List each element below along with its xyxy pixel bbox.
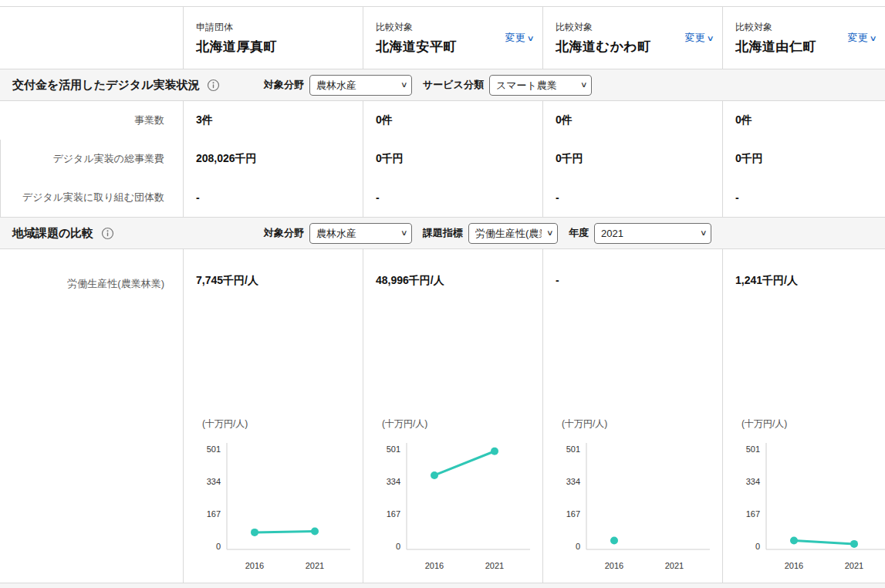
metric-value: 0件 [556,113,573,127]
row-label-labor-productivity: 労働生産性(農業林業) [0,249,183,583]
line-chart: (十万円/人) 016733450120162021 [196,417,363,578]
svg-text:501: 501 [746,444,760,454]
metric-cell: 0件 [542,101,722,140]
metric-cell: - [542,178,722,217]
change-link-label: 変更 [505,31,525,45]
row-label-project-count: 事業数 [0,101,183,140]
svg-text:2016: 2016 [245,561,264,570]
header-comparison-3: 比較対象 北海道由仁町 変更 ∨ [722,7,885,69]
target-field-control: 対象分野 農林水産 ∨ [264,75,412,96]
fiscal-year-select[interactable]: 2021 [594,223,711,244]
row-label-organization-count: デジタル実装に取り組む団体数 [0,178,183,217]
chart-canvas: 016733450120162021 [556,432,722,578]
target-field-label: 対象分野 [264,78,304,92]
comparison-role-label: 比較対象 [735,21,816,34]
metric-value: - [556,274,722,286]
labor-productivity-row: 労働生産性(農業林業) 7,745千円/人 (十万円/人) 0167334501… [0,249,885,583]
svg-text:167: 167 [207,509,221,519]
change-municipality-link[interactable]: 変更 ∨ [505,31,533,45]
metric-value: 0件 [735,113,752,127]
svg-text:167: 167 [566,509,580,519]
comparison-municipality-name: 北海道由仁町 [735,38,816,56]
comparison-role-label: 比較対象 [376,21,457,34]
chart-y-axis-label: (十万円/人) [382,417,542,431]
target-field-select[interactable]: 農林水産 [309,75,412,96]
section-title: 交付金を活用したデジタル実装状況 [12,78,199,93]
header-comparison-2: 比較対象 北海道むかわ町 変更 ∨ [542,7,722,69]
comparison-municipality-name: 北海道安平町 [376,38,457,56]
svg-text:2021: 2021 [845,561,863,570]
chart-canvas: 016733450120162021 [376,432,542,578]
section-title: 地域課題の比較 [12,226,93,241]
issue-indicator-select[interactable]: 労働生産性(農業林業 [468,223,558,244]
svg-text:2021: 2021 [306,561,324,570]
issue-indicator-label: 課題指標 [423,226,463,240]
productivity-cell: - (十万円/人) 016733450120162021 [542,249,722,583]
applicant-municipality-name: 北海道厚真町 [196,38,277,56]
chart-canvas: 016733450120162021 [196,432,363,578]
fiscal-year-control: 年度 2021 ∨ [569,223,711,244]
metric-cell: - [183,178,363,217]
metric-value: 48,996千円/人 [376,274,542,288]
chart-y-axis-label: (十万円/人) [202,417,363,431]
header-applicant: 申請団体 北海道厚真町 [183,7,363,69]
svg-text:334: 334 [746,477,760,486]
metric-value: 0件 [376,113,393,127]
section-regional-issues-bar: 地域課題の比較 対象分野 農林水産 ∨ 課題指標 労働生産性(農業林業 [0,217,885,249]
svg-text:0: 0 [216,542,221,551]
service-category-label: サービス分類 [423,78,484,92]
metric-cell: 208,026千円 [183,140,363,178]
svg-text:501: 501 [387,444,400,454]
metric-value: 1,241千円/人 [735,274,885,288]
line-chart: (十万円/人) 016733450120162021 [735,417,885,578]
svg-text:2016: 2016 [785,561,803,570]
info-icon[interactable] [101,227,114,240]
metric-cell: - [722,178,885,217]
productivity-cell: 48,996千円/人 (十万円/人) 016733450120162021 [363,249,542,583]
change-link-label: 変更 [848,31,868,45]
svg-text:334: 334 [566,477,580,486]
change-link-label: 変更 [685,31,705,45]
chart-canvas: 016733450120162021 [735,432,885,578]
header-comparison-1: 比較対象 北海道安平町 変更 ∨ [363,7,542,69]
metric-value: 3件 [196,113,213,127]
svg-text:167: 167 [746,509,760,519]
svg-text:0: 0 [396,542,400,551]
svg-text:2021: 2021 [665,561,684,570]
section1-controls: 対象分野 農林水産 ∨ サービス分類 スマート農業 ∨ [264,75,592,96]
metric-cell: - [363,178,542,217]
svg-text:2021: 2021 [485,561,504,570]
section-digital-implementation-bar: 交付金を活用したデジタル実装状況 対象分野 農林水産 ∨ サービス分類 スマート… [0,69,885,101]
digital-implementation-rows: 事業数 3件 0件 0件 0件 デジタル実装の総事業費 208,026千円 0千… [0,101,885,217]
metric-cell: 0件 [363,101,542,140]
metric-value: 7,745千円/人 [196,274,363,288]
svg-text:167: 167 [387,509,400,519]
next-section-bar [0,583,885,588]
issue-indicator-control: 課題指標 労働生産性(農業林業 ∨ [423,223,558,244]
info-icon[interactable] [207,79,220,92]
metric-value: 0千円 [735,152,763,166]
metric-value: 0千円 [556,152,583,166]
metric-value: - [735,191,739,204]
metric-value: 208,026千円 [196,152,257,166]
svg-text:501: 501 [566,444,580,454]
line-chart: (十万円/人) 016733450120162021 [556,417,722,578]
productivity-cell: 7,745千円/人 (十万円/人) 016733450120162021 [183,249,363,583]
metric-cell: 3件 [183,101,363,140]
target-field-select[interactable]: 農林水産 [309,223,412,244]
comparison-dashboard: 申請団体 北海道厚真町 比較対象 北海道安平町 変更 ∨ 比較対象 北海道むかわ… [0,0,885,588]
chevron-down-icon: ∨ [526,34,534,42]
svg-text:0: 0 [755,542,760,551]
service-category-select[interactable]: スマート農業 [489,75,592,96]
section2-controls: 対象分野 農林水産 ∨ 課題指標 労働生産性(農業林業 ∨ 年度 [264,223,711,244]
header-empty-cell [0,7,183,69]
svg-text:334: 334 [207,477,221,486]
applicant-role-label: 申請団体 [196,21,277,34]
chart-y-axis-label: (十万円/人) [562,417,722,431]
change-municipality-link[interactable]: 変更 ∨ [848,31,876,45]
metric-value: - [376,191,380,204]
municipality-header-row: 申請団体 北海道厚真町 比較対象 北海道安平町 変更 ∨ 比較対象 北海道むかわ… [0,7,885,69]
change-municipality-link[interactable]: 変更 ∨ [685,31,713,45]
target-field-label: 対象分野 [264,226,304,240]
chart-y-axis-label: (十万円/人) [741,417,885,431]
